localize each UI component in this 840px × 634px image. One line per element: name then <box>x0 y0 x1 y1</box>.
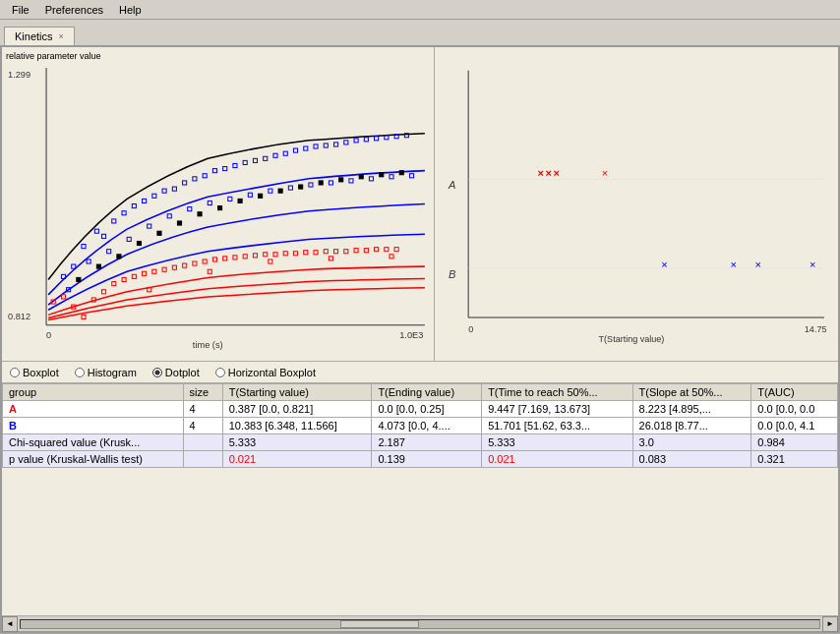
radio-horizontal-boxplot-circle <box>215 368 225 377</box>
svg-text:×: × <box>538 167 544 179</box>
svg-rect-28 <box>273 153 277 157</box>
kinetics-tab[interactable]: Kinetics × <box>4 27 75 45</box>
svg-rect-92 <box>212 258 216 261</box>
col-t-end: T(Ending value) <box>372 384 482 401</box>
menubar: File Preferences Help <box>0 0 840 20</box>
radio-dotplot[interactable]: Dotplot <box>152 367 200 378</box>
svg-rect-84 <box>132 274 136 278</box>
svg-rect-20 <box>193 177 197 181</box>
row-chi-t-end: 2.187 <box>372 434 482 451</box>
svg-rect-98 <box>273 253 277 257</box>
svg-rect-115 <box>329 257 332 260</box>
radio-boxplot-label: Boxplot <box>23 367 59 378</box>
svg-rect-95 <box>243 255 247 259</box>
svg-text:T(Starting value): T(Starting value) <box>599 334 665 344</box>
svg-text:0: 0 <box>468 324 473 334</box>
svg-rect-55 <box>329 181 332 185</box>
svg-rect-21 <box>203 174 207 178</box>
scroll-left-button[interactable]: ◄ <box>2 616 18 632</box>
svg-rect-73 <box>339 178 343 182</box>
svg-rect-25 <box>243 160 247 164</box>
svg-rect-59 <box>409 174 413 178</box>
tab-close-icon[interactable]: × <box>59 31 64 41</box>
svg-rect-72 <box>319 181 323 185</box>
svg-rect-77 <box>61 295 65 299</box>
table-area: group size T(Starting value) T(Ending va… <box>2 383 838 615</box>
svg-rect-101 <box>304 251 308 255</box>
svg-text:×: × <box>554 167 560 179</box>
svg-rect-66 <box>198 212 202 216</box>
svg-rect-58 <box>390 175 393 179</box>
row-a-group: A <box>3 401 184 418</box>
row-b-size: 4 <box>183 418 222 434</box>
svg-rect-54 <box>309 183 313 187</box>
radio-dotplot-label: Dotplot <box>165 367 200 378</box>
svg-rect-9 <box>82 245 86 249</box>
svg-text:×: × <box>661 259 667 270</box>
scroll-track[interactable] <box>20 619 820 629</box>
scroll-right-button[interactable]: ► <box>822 616 838 632</box>
svg-rect-23 <box>223 167 227 171</box>
svg-text:×: × <box>810 259 815 270</box>
svg-rect-80 <box>101 290 105 294</box>
row-b-t-50: 51.701 [51.62, 63.3... <box>482 418 632 434</box>
left-chart: relative parameter value 1.299 0.812 0 1… <box>2 47 435 361</box>
svg-text:A: A <box>448 179 455 191</box>
row-p-t-slope: 0.083 <box>632 451 751 468</box>
row-p-t-start: 0.021 <box>222 451 372 468</box>
svg-rect-14 <box>132 204 136 208</box>
row-b-group: B <box>3 418 184 434</box>
radio-boxplot[interactable]: Boxplot <box>10 367 59 378</box>
svg-rect-46 <box>148 224 151 228</box>
menu-preferences[interactable]: Preferences <box>37 2 111 18</box>
menu-file[interactable]: File <box>4 2 37 18</box>
right-chart: A B 0 14.75 T(Starting value) × × × × <box>435 47 838 361</box>
row-chi-size <box>183 434 222 451</box>
svg-rect-108 <box>375 248 379 252</box>
col-group: group <box>3 384 184 401</box>
svg-rect-107 <box>364 249 368 253</box>
svg-rect-76 <box>399 171 403 175</box>
svg-rect-110 <box>394 248 398 252</box>
radio-horizontal-boxplot-label: Horizontal Boxplot <box>228 367 316 378</box>
svg-rect-93 <box>223 257 227 260</box>
row-a-t-auc: 0.0 [0.0, 0.0 <box>751 401 838 418</box>
table-row: p value (Kruskal-Wallis test) 0.021 0.13… <box>3 451 838 468</box>
tab-label: Kinetics <box>15 30 53 42</box>
svg-rect-12 <box>112 219 116 223</box>
svg-rect-18 <box>172 187 176 191</box>
svg-rect-103 <box>324 250 328 254</box>
svg-rect-64 <box>157 231 161 235</box>
row-b-t-start: 10.383 [6.348, 11.566] <box>222 418 372 434</box>
row-p-t-50: 0.021 <box>482 451 632 468</box>
row-p-t-end: 0.139 <box>372 451 482 468</box>
radio-horizontal-boxplot[interactable]: Horizontal Boxplot <box>215 367 316 378</box>
radio-histogram[interactable]: Histogram <box>75 367 137 378</box>
table-row: Chi-squared value (Krusk... 5.333 2.187 … <box>3 434 838 451</box>
svg-rect-96 <box>253 254 257 258</box>
svg-rect-57 <box>369 177 373 181</box>
svg-text:0.812: 0.812 <box>8 313 30 322</box>
row-a-t-slope: 8.223 [4.895,... <box>632 401 751 418</box>
svg-rect-111 <box>82 315 86 318</box>
radio-boxplot-circle <box>10 368 20 377</box>
svg-rect-105 <box>344 250 348 254</box>
svg-rect-71 <box>299 185 303 189</box>
svg-rect-106 <box>354 249 358 253</box>
svg-rect-102 <box>314 251 318 255</box>
y-axis-label: relative parameter value <box>6 51 101 61</box>
row-a-t-50: 9.447 [7.169, 13.673] <box>482 401 632 418</box>
menu-help[interactable]: Help <box>111 2 150 18</box>
svg-rect-99 <box>283 252 287 256</box>
col-t-start: T(Starting value) <box>222 384 372 401</box>
svg-rect-35 <box>344 141 348 144</box>
svg-rect-26 <box>253 158 257 162</box>
svg-rect-62 <box>117 255 121 259</box>
svg-rect-81 <box>112 282 116 286</box>
svg-rect-11 <box>101 234 105 238</box>
scroll-thumb[interactable] <box>340 620 419 628</box>
svg-rect-56 <box>349 179 353 183</box>
svg-text:×: × <box>546 167 552 179</box>
svg-rect-10 <box>94 229 98 233</box>
svg-rect-15 <box>143 199 147 202</box>
